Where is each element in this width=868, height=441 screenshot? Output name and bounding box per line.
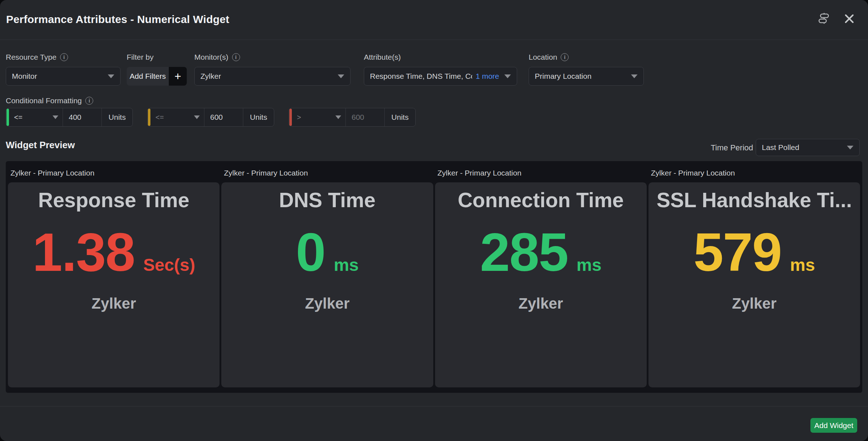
monitors-value: Zylker [200, 72, 221, 81]
conditional-formatting-label-text: Conditional Formatting [6, 96, 82, 105]
card-value: 0 [296, 225, 325, 279]
rule-value-cell [204, 108, 243, 126]
card-header: Zylker - Primary Location [648, 161, 860, 182]
location-info-icon[interactable]: i [561, 53, 569, 61]
rule-value-input[interactable] [204, 113, 243, 122]
card-body: DNS Time 0 ms Zylker [221, 182, 433, 387]
attributes-value: Response Time, DNS Time, Connectio... [370, 72, 472, 81]
card-header: Zylker - Primary Location [221, 161, 433, 182]
page-title: Performance Attributes - Numerical Widge… [6, 13, 229, 26]
add-widget-button[interactable]: Add Widget [810, 418, 857, 433]
chevron-down-icon [194, 115, 200, 119]
monitors-label-text: Monitor(s) [194, 53, 229, 62]
card-subtitle: Zylker [648, 295, 860, 312]
filter-by-label: Filter by [127, 53, 154, 62]
card-title: Connection Time [435, 189, 647, 212]
add-filters-button[interactable]: Add Filters [127, 67, 169, 86]
card-title: SSL Handshake Ti... [648, 189, 860, 212]
resource-type-label: Resource Type i [6, 53, 68, 62]
rule-color-bar-red [289, 109, 292, 126]
rule-value-cell [346, 108, 385, 126]
rule-operator-select[interactable]: > [292, 108, 346, 126]
rule-operator-select[interactable]: <= [150, 108, 204, 126]
card-unit: Sec(s) [143, 255, 195, 275]
chevron-down-icon [631, 74, 638, 78]
resource-type-label-text: Resource Type [6, 53, 56, 62]
attributes-more-link[interactable]: 1 more [476, 72, 499, 81]
rule-value-input[interactable] [346, 113, 384, 122]
card-value-row: 1.38 Sec(s) [8, 225, 220, 279]
card-header: Zylker - Primary Location [8, 161, 220, 182]
card-body: Response Time 1.38 Sec(s) Zylker [8, 182, 220, 387]
preview-card-connection-time: Zylker - Primary Location Connection Tim… [435, 161, 647, 393]
card-value: 579 [693, 225, 781, 279]
location-value: Primary Location [535, 72, 592, 81]
add-filter-plus-button[interactable]: + [169, 67, 187, 86]
rule-operator-value: > [297, 113, 301, 122]
card-unit: ms [334, 255, 358, 275]
rule-color-bar-green [6, 109, 9, 126]
filter-by-label-text: Filter by [127, 53, 154, 62]
card-subtitle: Zylker [8, 295, 220, 312]
chevron-down-icon [108, 74, 114, 78]
rule-value-input[interactable] [63, 113, 101, 122]
monitors-info-icon[interactable]: i [232, 53, 240, 61]
card-subtitle: Zylker [221, 295, 433, 312]
monitors-select[interactable]: Zylker [194, 67, 351, 86]
preview-card-ssl-handshake-time: Zylker - Primary Location SSL Handshake … [648, 161, 860, 393]
header-divider [0, 40, 868, 40]
card-value-row: 285 ms [435, 225, 647, 279]
rule-units-label: Units [385, 108, 415, 126]
location-select[interactable]: Primary Location [529, 67, 644, 86]
location-label-text: Location [529, 53, 557, 62]
chevron-down-icon [338, 74, 344, 78]
card-title: DNS Time [221, 189, 433, 212]
time-period-label: Time Period [711, 143, 753, 153]
add-widget-modal: Performance Attributes - Numerical Widge… [0, 0, 868, 441]
card-body: Connection Time 285 ms Zylker [435, 182, 647, 387]
card-value: 1.38 [32, 225, 135, 279]
card-unit: ms [790, 255, 815, 275]
customize-icon[interactable] [818, 12, 830, 24]
preview-card-dns-time: Zylker - Primary Location DNS Time 0 ms … [221, 161, 433, 393]
card-subtitle: Zylker [435, 295, 647, 312]
rule-operator-value: <= [14, 113, 22, 122]
format-rule-yellow: <= Units [147, 108, 274, 127]
attributes-label: Attribute(s) [364, 53, 401, 62]
time-period-value: Last Polled [762, 143, 799, 152]
format-rule-red: > Units [289, 108, 416, 127]
card-value-row: 579 ms [648, 225, 860, 279]
rule-value-cell [63, 108, 102, 126]
preview-card-response-time: Zylker - Primary Location Response Time … [8, 161, 220, 393]
card-title: Response Time [8, 189, 220, 212]
resource-type-info-icon[interactable]: i [60, 53, 68, 61]
monitors-label: Monitor(s) i [194, 53, 240, 62]
resource-type-select[interactable]: Monitor [6, 67, 121, 86]
chevron-down-icon [335, 115, 341, 119]
chevron-down-icon [504, 74, 511, 78]
add-filters-control: Add Filters + [127, 67, 187, 86]
attributes-select[interactable]: Response Time, DNS Time, Connectio... 1 … [364, 67, 517, 86]
attributes-label-text: Attribute(s) [364, 53, 401, 62]
conditional-formatting-info-icon[interactable]: i [85, 97, 93, 105]
card-header: Zylker - Primary Location [435, 161, 647, 182]
card-value-row: 0 ms [221, 225, 433, 279]
rule-operator-value: <= [155, 113, 164, 122]
rule-operator-select[interactable]: <= [9, 108, 63, 126]
card-body: SSL Handshake Ti... 579 ms Zylker [648, 182, 860, 387]
rule-units-label: Units [243, 108, 274, 126]
chevron-down-icon [53, 115, 58, 119]
widget-preview-heading: Widget Preview [6, 140, 75, 151]
rule-units-label: Units [102, 108, 132, 126]
card-unit: ms [577, 255, 601, 275]
location-label: Location i [529, 53, 569, 62]
card-value: 285 [480, 225, 568, 279]
chevron-down-icon [847, 146, 854, 150]
footer-divider [0, 406, 868, 406]
close-icon[interactable] [844, 13, 855, 24]
resource-type-value: Monitor [12, 72, 37, 81]
format-rule-green: <= Units [6, 108, 133, 127]
widget-preview-panel: Zylker - Primary Location Response Time … [6, 161, 862, 393]
rule-color-bar-yellow [148, 109, 150, 126]
time-period-select[interactable]: Last Polled [756, 139, 860, 156]
